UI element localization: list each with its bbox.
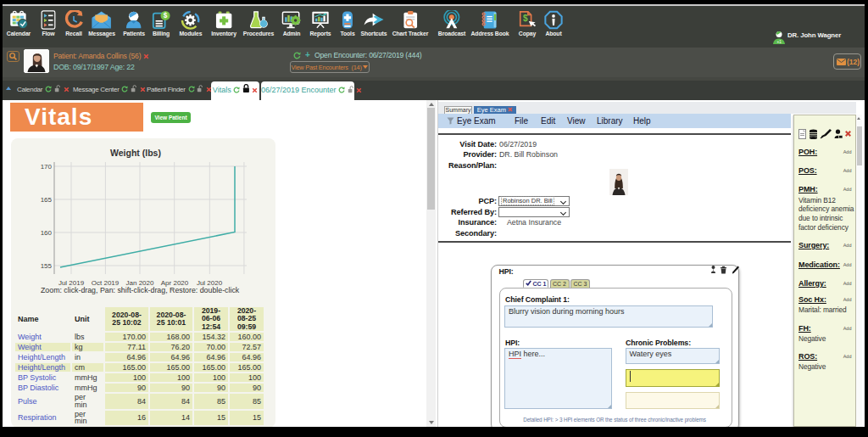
svg-text:Weight (lbs): Weight (lbs) bbox=[110, 148, 161, 158]
svg-text:$: $ bbox=[523, 14, 528, 23]
svg-text:+1: +1 bbox=[777, 40, 782, 44]
svg-text:165: 165 bbox=[41, 196, 53, 204]
svg-text:170: 170 bbox=[41, 163, 53, 171]
svg-text:$: $ bbox=[164, 12, 168, 20]
svg-text:155: 155 bbox=[41, 262, 53, 270]
svg-text:160: 160 bbox=[41, 229, 53, 237]
